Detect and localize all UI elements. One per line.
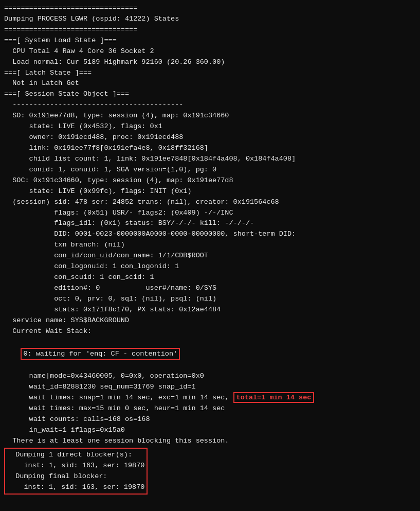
wait-counts-line: wait counts: calls=168 os=168 [4, 414, 416, 425]
flags-line: flags: (0x51) USR/- flags2: (0x409) -/-/… [4, 208, 416, 219]
session-separator: ----------------------------------------… [4, 100, 416, 111]
so-line: SO: 0x191ee77d8, type: session (4), map:… [4, 111, 416, 121]
in-wait-line: in_wait=1 iflags=0x15a0 [4, 425, 416, 436]
wait-times-line2: wait times: max=15 min 0 sec, heur=1 min… [4, 403, 416, 414]
child-line: child list count: 1, link: 0x191ee7848[0… [4, 154, 416, 165]
load-info: Load normal: Cur 5189 Highmark 92160 (20… [4, 57, 416, 68]
con-id-line: con_id/con_uid/con_name: 1/1/CDB$ROOT [4, 251, 416, 261]
state-line: state: LIVE (0x4532), flags: 0x1 [4, 121, 416, 132]
session-main-line: (session) sid: 478 ser: 24852 trans: (ni… [4, 197, 416, 208]
con-scuid-line: con_scuid: 1 con_scid: 1 [4, 272, 416, 283]
wait-id-line: wait_id=82881230 seq_num=31769 snap_id=1 [4, 382, 416, 393]
cpu-info: CPU Total 4 Raw 4 Core 36 Socket 2 [4, 46, 416, 57]
wait-item-0-highlighted: 0: waiting for 'enq: CF - contention' [21, 348, 180, 361]
edition-line: edition#: 0 user#/name: 0/SYS [4, 283, 416, 294]
separator-top: ================================ [4, 3, 416, 14]
soc-line: SOC: 0x191c34660, type: session (4), map… [4, 175, 416, 186]
latch-header: ===[ Latch State ]=== [4, 68, 416, 79]
blocker-line1: Dumping 1 direct blocker(s): [7, 450, 144, 461]
service-line: service name: SYS$BACKGROUND [4, 315, 416, 326]
flags-idl-line: flags_idl: (0x1) status: BSY/-/-/- kill:… [4, 218, 416, 229]
link-line: link: 0x191ee77f8[0x191efa4e8, 0x18ff321… [4, 143, 416, 154]
latch-value: Not in Latch Get [4, 78, 416, 89]
did-line: DID: 0001-0023-0000000A0000-0000-0000000… [4, 229, 416, 240]
txn-line: txn branch: (nil) [4, 240, 416, 251]
wait-name-mode: name|mode=0x43460005, 0=0x0, operation=0… [4, 371, 416, 382]
stats-line: stats: 0x171f8c170, PX stats: 0x12ae4484 [4, 305, 416, 315]
terminal-output: ================================ Dumping… [4, 3, 416, 495]
blocker-line2: inst: 1, sid: 163, ser: 19870 [7, 461, 144, 471]
separator-bottom: ================================ [4, 25, 416, 36]
soc-state-line: state: LIVE (0x99fc), flags: INIT (0x1) [4, 186, 416, 197]
con-logonuid-line: con_logonuid: 1 con_logonid: 1 [4, 261, 416, 272]
blocker-text: There is at least one session blocking t… [4, 436, 416, 447]
title-line: Dumping PROCESS LGWR (ospid: 41222) Stat… [4, 14, 416, 25]
conid-line: conid: 1, conuid: 1, SGA version=(1,0), … [4, 165, 416, 175]
session-state-header: ===[ Session State Object ]=== [4, 89, 416, 100]
wait-times-line1: wait times: snap=1 min 14 sec, exc=1 min… [4, 393, 416, 403]
owner-line: owner: 0x191ecd488, proc: 0x191ecd488 [4, 132, 416, 143]
blocker-line4: inst: 1, sid: 163, ser: 19870 [7, 482, 144, 493]
blocker-box: Dumping 1 direct blocker(s): inst: 1, si… [4, 448, 148, 495]
total-time-highlight: total=1 min 14 sec [233, 392, 315, 403]
blocker-line3: Dumping final blocker: [7, 471, 144, 482]
current-wait-label: Current Wait Stack: [4, 326, 416, 337]
system-load-header: ===[ System Load State ]=== [4, 36, 416, 46]
oct-line: oct: 0, prv: 0, sql: (nil), psql: (nil) [4, 294, 416, 305]
wait-item-0: 0: waiting for 'enq: CF - contention' [4, 337, 416, 372]
